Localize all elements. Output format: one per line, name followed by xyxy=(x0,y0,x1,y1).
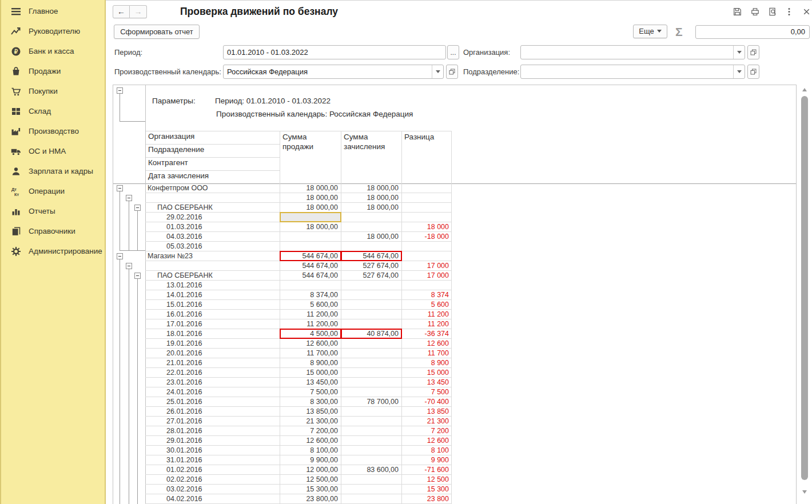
sidebar-item-7[interactable]: ОС и НМА xyxy=(1,141,105,161)
calendar-dropdown-button[interactable] xyxy=(432,65,443,78)
cell-credit-sum[interactable] xyxy=(341,281,401,290)
tree-expander[interactable] xyxy=(117,253,123,259)
cell-sale-sum[interactable]: 15 000,00 xyxy=(280,368,341,377)
cell-credit-sum[interactable] xyxy=(341,339,401,348)
cell-label[interactable]: 04.02.2016 xyxy=(145,494,280,503)
calendar-field[interactable]: Российская Федерация xyxy=(223,65,444,79)
sidebar-item-10[interactable]: Отчеты xyxy=(1,201,105,221)
cell-difference[interactable]: 8 374 xyxy=(401,290,451,299)
cell-label[interactable]: 19.01.2016 xyxy=(145,339,280,348)
cell-difference[interactable]: 5 600 xyxy=(401,300,451,309)
row-header-organization[interactable]: Организация xyxy=(145,131,280,144)
cell-label[interactable]: 15.01.2016 xyxy=(145,300,280,309)
cell-label[interactable]: 27.01.2016 xyxy=(145,417,280,426)
preview-icon[interactable] xyxy=(768,7,778,17)
cell-label[interactable]: 25.01.2016 xyxy=(145,397,280,406)
cell-label[interactable]: 30.01.2016 xyxy=(145,446,280,455)
cell-difference[interactable]: 21 300 xyxy=(401,417,451,426)
cell-credit-sum[interactable]: 40 874,00 xyxy=(341,329,401,338)
organization-field[interactable] xyxy=(520,45,745,59)
cell-difference[interactable] xyxy=(401,213,451,222)
back-button[interactable]: ← xyxy=(113,5,130,18)
cell-sale-sum[interactable]: 544 674,00 xyxy=(280,271,341,280)
cell-difference[interactable]: 9 900 xyxy=(401,455,451,465)
cell-credit-sum[interactable] xyxy=(341,455,401,465)
sidebar-item-3[interactable]: Продажи xyxy=(1,61,105,81)
cell-difference[interactable]: 17 000 xyxy=(401,261,451,270)
cell-credit-sum[interactable] xyxy=(341,310,401,319)
cell-sale-sum[interactable]: 11 200,00 xyxy=(280,319,341,329)
cell-sale-sum[interactable]: 18 000,00 xyxy=(280,193,341,202)
cell-label[interactable]: 05.03.2016 xyxy=(145,242,280,251)
total-field[interactable]: 0,00 xyxy=(695,25,810,39)
cell-difference[interactable]: 15 300 xyxy=(401,485,451,494)
cell-difference[interactable] xyxy=(401,251,451,261)
cell-label[interactable]: 17.01.2016 xyxy=(145,319,280,329)
sigma-icon[interactable]: Σ xyxy=(675,25,683,39)
cell-sale-sum[interactable]: 15 300,00 xyxy=(280,485,341,494)
scroll-up-arrow-icon[interactable] xyxy=(802,88,807,91)
cell-label[interactable]: ПАО СБЕРБАНК xyxy=(145,271,280,280)
cell-credit-sum[interactable]: 78 700,00 xyxy=(341,397,401,406)
cell-sale-sum[interactable]: 21 300,00 xyxy=(280,417,341,426)
cell-difference[interactable]: -36 374 xyxy=(401,329,451,338)
cell-credit-sum[interactable] xyxy=(341,242,401,251)
cell-credit-sum[interactable] xyxy=(341,446,401,455)
cell-label[interactable]: 29.01.2016 xyxy=(145,436,280,445)
cell-credit-sum[interactable]: 527 674,00 xyxy=(341,271,401,280)
cell-difference[interactable]: 12 500 xyxy=(401,475,451,484)
cell-sale-sum[interactable]: 5 600,00 xyxy=(280,300,341,309)
organization-dropdown-button[interactable] xyxy=(733,46,745,59)
forward-button[interactable]: → xyxy=(130,5,147,18)
cell-difference[interactable]: 13 850 xyxy=(401,407,451,416)
cell-difference[interactable] xyxy=(401,183,451,193)
cell-label[interactable]: 04.03.2016 xyxy=(145,232,280,241)
more-button[interactable]: Еще xyxy=(633,25,667,38)
sidebar-item-1[interactable]: Руководителю xyxy=(1,21,105,41)
cell-difference[interactable]: 17 000 xyxy=(401,271,451,280)
cell-difference[interactable]: -18 000 xyxy=(401,232,451,241)
column-header-credit-sum[interactable]: Сумма зачисления xyxy=(341,131,398,183)
cell-label[interactable]: 14.01.2016 xyxy=(145,290,280,299)
cell-credit-sum[interactable] xyxy=(341,222,401,231)
save-icon[interactable] xyxy=(733,7,742,17)
cell-difference[interactable]: 12 600 xyxy=(401,339,451,348)
cell-difference[interactable]: 7 200 xyxy=(401,426,451,435)
column-header-sale-sum[interactable]: Сумма продажи xyxy=(280,131,337,183)
cell-sale-sum[interactable]: 11 700,00 xyxy=(280,349,341,358)
cell-label[interactable]: 16.01.2016 xyxy=(145,310,280,319)
cell-sale-sum[interactable]: 13 850,00 xyxy=(280,407,341,416)
cell-difference[interactable] xyxy=(401,281,451,290)
cell-sale-sum[interactable]: 18 000,00 xyxy=(280,183,341,193)
cell-credit-sum[interactable]: 544 674,00 xyxy=(341,251,401,261)
kebab-icon[interactable] xyxy=(787,7,791,17)
cell-sale-sum[interactable]: 12 600,00 xyxy=(280,436,341,445)
division-dropdown-button[interactable] xyxy=(733,65,745,78)
cell-credit-sum[interactable]: 527 674,00 xyxy=(341,261,401,270)
scrollbar-thumb[interactable] xyxy=(801,96,808,480)
cell-sale-sum[interactable]: 544 674,00 xyxy=(280,261,341,270)
cell-credit-sum[interactable] xyxy=(341,485,401,494)
cell-label[interactable]: 01.02.2016 xyxy=(145,465,280,474)
cell-credit-sum[interactable] xyxy=(341,358,401,367)
cell-sale-sum[interactable]: 8 100,00 xyxy=(280,446,341,455)
cell-label[interactable]: 28.01.2016 xyxy=(145,426,280,435)
cell-difference[interactable]: -70 400 xyxy=(401,397,451,406)
cell-sale-sum[interactable]: 13 450,00 xyxy=(280,378,341,387)
cell-credit-sum[interactable]: 18 000,00 xyxy=(341,203,401,212)
cell-sale-sum[interactable]: 4 500,00 xyxy=(280,329,341,338)
cell-label[interactable]: 21.01.2016 xyxy=(145,358,280,367)
cell-difference[interactable]: 8 900 xyxy=(401,358,451,367)
cell-label[interactable]: Магазин №23 xyxy=(145,251,280,261)
tree-expander[interactable] xyxy=(117,185,123,191)
cell-credit-sum[interactable] xyxy=(341,436,401,445)
period-picker-button[interactable]: ... xyxy=(447,45,459,59)
cell-label[interactable]: 13.01.2016 xyxy=(145,281,280,290)
cell-credit-sum[interactable] xyxy=(341,378,401,387)
cell-sale-sum[interactable]: 7 200,00 xyxy=(280,426,341,435)
cell-sale-sum[interactable]: 11 200,00 xyxy=(280,310,341,319)
cell-difference[interactable]: 15 000 xyxy=(401,368,451,377)
cell-credit-sum[interactable] xyxy=(341,368,401,377)
division-field[interactable] xyxy=(520,65,745,79)
cell-label[interactable]: 18.01.2016 xyxy=(145,329,280,338)
